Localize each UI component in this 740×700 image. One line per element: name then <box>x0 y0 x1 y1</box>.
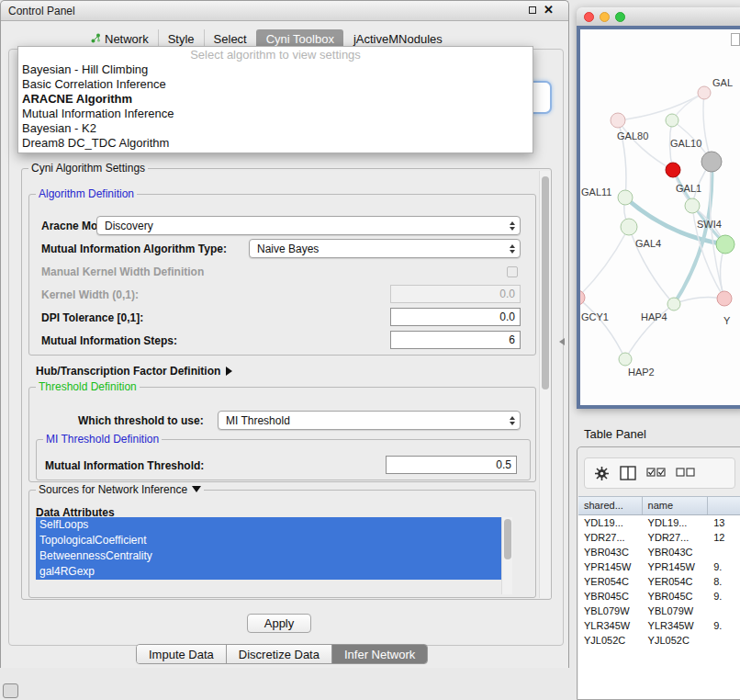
table-panel-window: shared...name YDL19...YDL19...13YDR27...… <box>577 446 740 700</box>
table-area: shared...name YDL19...YDL19...13YDR27...… <box>578 496 740 699</box>
control-panel-window: Control Panel ✕ NetworkStyleSelectCyni T… <box>0 0 569 668</box>
sources-scrollbar-thumb[interactable] <box>504 519 511 559</box>
mi-steps-field[interactable]: 6 <box>390 331 521 349</box>
panel-collapse-arrow-icon[interactable] <box>559 338 565 345</box>
float-window-icon[interactable] <box>529 6 536 14</box>
bottom-tab-impute-data[interactable]: Impute Data <box>137 645 226 663</box>
attribute-list-item[interactable]: SelfLoops <box>36 517 501 533</box>
network-node[interactable] <box>611 113 625 128</box>
algorithm-option[interactable]: Bayesian - Hill Climbing <box>18 62 533 77</box>
network-node-label: HAP4 <box>641 311 667 322</box>
kernel-width-label: Kernel Width (0,1): <box>41 288 139 301</box>
table-row[interactable]: YBR043CYBR043C <box>578 545 740 559</box>
attribute-list-item[interactable]: BetweennessCentrality <box>36 548 501 564</box>
network-window-titlebar[interactable] <box>577 7 740 27</box>
table-cell: YJL052C <box>643 633 709 648</box>
gear-icon[interactable] <box>594 466 610 481</box>
close-icon[interactable]: ✕ <box>544 6 554 15</box>
network-node[interactable] <box>618 190 633 205</box>
network-node[interactable] <box>716 235 734 254</box>
algorithm-option[interactable]: Mutual Information Inference <box>18 107 533 121</box>
algorithm-option[interactable]: ARACNE Algorithm <box>18 92 533 107</box>
kernel-width-field[interactable]: 0.0 <box>390 285 521 303</box>
table-row[interactable]: YBR045CYBR045C9. <box>578 589 740 604</box>
deselect-all-checkboxes-icon[interactable] <box>676 468 695 479</box>
minimize-traffic-light-icon[interactable] <box>600 12 610 22</box>
settings-scrollbar[interactable] <box>539 171 551 598</box>
algorithm-option[interactable]: Dream8 DC_TDC Algorithm <box>18 136 533 151</box>
network-node[interactable] <box>685 198 700 213</box>
which-threshold-combo[interactable]: MI Threshold <box>218 411 521 430</box>
bottom-tab-infer-network[interactable]: Infer Network <box>331 645 427 663</box>
table-cell: YBR043C <box>578 545 643 559</box>
close-traffic-light-icon[interactable] <box>584 12 594 22</box>
dpi-tolerance-field[interactable]: 0.0 <box>390 308 521 326</box>
network-edge[interactable] <box>580 298 625 359</box>
table-row[interactable]: YER054CYER054C8. <box>578 574 740 589</box>
columns-icon[interactable] <box>620 466 636 480</box>
network-node-label: GCY1 <box>581 311 609 322</box>
table-cell: YJL052C <box>578 633 643 648</box>
mi-threshold-field[interactable]: 0.5 <box>386 456 517 474</box>
bottom-tab-discretize-data[interactable]: Discretize Data <box>226 645 331 663</box>
tab-label: Style <box>168 32 195 46</box>
table-cell: YPR145W <box>578 559 643 574</box>
table-body: YDL19...YDL19...13YDR27...YDR27...12YBR0… <box>578 515 740 648</box>
expanded-arrow-icon <box>192 486 201 492</box>
network-node[interactable] <box>717 291 732 306</box>
attribute-list-item[interactable]: gal4RGexp <box>36 564 501 580</box>
table-cell <box>708 604 740 618</box>
network-node[interactable] <box>666 114 678 127</box>
attribute-list-item[interactable]: TopologicalCoefficient <box>36 533 501 548</box>
control-panel-titlebar[interactable]: Control Panel ✕ <box>1 1 568 21</box>
table-cell: 9. <box>708 589 740 604</box>
table-row[interactable]: YJL052CYJL052C <box>578 633 740 648</box>
table-row[interactable]: YDL19...YDL19...13 <box>578 515 740 530</box>
network-node[interactable] <box>619 353 632 366</box>
algorithm-option[interactable]: Bayesian - K2 <box>18 121 533 136</box>
zoom-traffic-light-icon[interactable] <box>615 12 625 22</box>
network-edge[interactable] <box>618 93 704 120</box>
table-row[interactable]: YBL079WYBL079W <box>578 604 740 618</box>
table-cell: YBL079W <box>578 604 643 618</box>
table-cell: YBR045C <box>578 589 643 604</box>
sources-group-title[interactable]: Sources for Network Inference <box>36 483 204 496</box>
network-node[interactable] <box>701 152 722 172</box>
table-panel-title: Table Panel <box>584 427 646 441</box>
select-all-checkboxes-icon[interactable] <box>646 468 666 479</box>
mi-type-label: Mutual Information Algorithm Type: <box>41 243 227 255</box>
minimized-panel-icon[interactable] <box>3 683 18 698</box>
algorithm-option[interactable]: Basic Correlation Inference <box>18 77 533 92</box>
network-overview-box[interactable] <box>731 33 740 46</box>
mi-threshold-label: Mutual Information Threshold: <box>45 459 204 472</box>
threshold-definition-title: Threshold Definition <box>36 380 140 393</box>
collapsed-arrow-icon <box>226 367 232 376</box>
network-node[interactable] <box>698 86 711 99</box>
table-row[interactable]: YDR27...YDR27...12 <box>578 530 740 545</box>
network-node[interactable] <box>666 163 680 177</box>
algorithm-definition-title: Algorithm Definition <box>36 187 137 200</box>
hub-definition-toggle[interactable]: Hub/Transcription Factor Definition <box>36 362 232 378</box>
sources-list-scrollbar[interactable] <box>501 517 512 594</box>
table-cell: YDR27... <box>643 530 709 545</box>
column-header[interactable]: name <box>643 497 709 514</box>
table-row[interactable]: YPR145WYPR145W9. <box>578 559 740 574</box>
network-view-window: GALGAL80GAL10GAL11GAL1GAL4SWI4GCY1HAP4YH… <box>577 7 740 409</box>
apply-button[interactable]: Apply <box>247 614 311 633</box>
manual-kernel-checkbox[interactable] <box>507 266 518 277</box>
network-edge[interactable] <box>580 227 629 298</box>
column-header[interactable] <box>708 497 740 514</box>
table-row[interactable]: YLR345WYLR345W9. <box>578 618 740 633</box>
mi-type-combo[interactable]: Naive Bayes <box>249 239 521 258</box>
column-header[interactable]: shared... <box>578 497 643 514</box>
hub-definition-label: Hub/Transcription Factor Definition <box>36 365 220 378</box>
network-canvas-svg[interactable]: GALGAL80GAL10GAL11GAL1GAL4SWI4GCY1HAP4YH… <box>580 29 740 409</box>
network-node[interactable] <box>621 219 637 235</box>
network-node[interactable] <box>667 298 680 310</box>
settings-scrollbar-thumb[interactable] <box>542 176 549 390</box>
table-cell <box>708 633 740 648</box>
table-cell: YDL19... <box>643 515 709 530</box>
table-cell: YPR145W <box>643 559 709 574</box>
network-node-label: GAL11 <box>581 186 611 198</box>
aracne-mode-combo[interactable]: Discovery <box>96 216 521 235</box>
